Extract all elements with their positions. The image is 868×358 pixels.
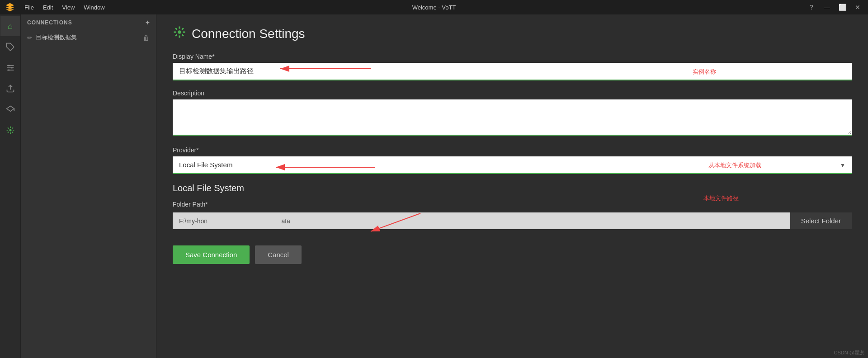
connections-panel: CONNECTIONS + ✏ 目标检测数据集 🗑	[21, 14, 156, 358]
connections-add-button[interactable]: +	[146, 19, 150, 26]
titlebar: File Edit View Window Welcome - VoTT ? —…	[0, 0, 868, 14]
provider-group: Provider* Local File System Azure Blob S…	[173, 146, 852, 174]
sidebar-item-settings[interactable]	[0, 58, 20, 78]
description-label: Description	[173, 90, 852, 97]
provider-select[interactable]: Local File System Azure Blob Storage Bin…	[173, 156, 852, 174]
icon-sidebar: ⌂	[0, 14, 21, 358]
folder-path-row: Select Folder	[173, 212, 852, 229]
folder-path-input[interactable]	[173, 212, 790, 229]
connection-item-left: ✏ 目标检测数据集	[27, 33, 77, 42]
sidebar-item-connections[interactable]	[0, 120, 20, 140]
window-controls: ? — ⬜ ✕	[805, 2, 864, 13]
edit-icon[interactable]: ✏	[27, 34, 32, 41]
window-title: Welcome - VoTT	[412, 4, 456, 11]
svg-point-13	[178, 30, 181, 34]
provider-label: Provider*	[173, 146, 852, 154]
minimize-button[interactable]: —	[820, 2, 834, 13]
svg-point-9	[11, 67, 12, 68]
maximize-button[interactable]: ⬜	[835, 2, 849, 13]
help-button[interactable]: ?	[805, 2, 818, 13]
menu-view[interactable]: View	[57, 2, 79, 13]
connection-item[interactable]: ✏ 目标检测数据集 🗑	[21, 30, 156, 45]
sidebar-item-tag[interactable]	[0, 37, 20, 57]
action-buttons: Save Connection Cancel	[173, 245, 852, 264]
display-name-input[interactable]	[173, 63, 852, 80]
titlebar-menu: File Edit View Window	[4, 1, 109, 14]
sidebar-item-home[interactable]: ⌂	[0, 16, 20, 36]
connections-title: CONNECTIONS	[27, 19, 72, 26]
connections-header: CONNECTIONS +	[21, 14, 156, 30]
save-connection-button[interactable]: Save Connection	[173, 245, 250, 264]
folder-path-group: Folder Path* 本地文件路径 Select Folder	[173, 201, 852, 229]
svg-point-10	[8, 69, 9, 71]
page-title: Connection Settings	[192, 27, 305, 41]
app-logo	[4, 1, 16, 14]
select-folder-button[interactable]: Select Folder	[790, 212, 852, 229]
watermark: CSDN @瞿淤	[834, 349, 864, 356]
app-body: ⌂	[0, 14, 868, 358]
main-content: Connection Settings Display Name* 实例名称 D…	[156, 14, 868, 358]
display-name-label: Display Name*	[173, 53, 852, 60]
connection-settings-icon	[173, 25, 186, 42]
menu-edit[interactable]: Edit	[38, 2, 57, 13]
svg-point-8	[8, 65, 9, 66]
description-input[interactable]	[173, 99, 852, 136]
cancel-button[interactable]: Cancel	[255, 245, 302, 264]
display-name-group: Display Name* 实例名称	[173, 53, 852, 80]
close-button[interactable]: ✕	[851, 2, 864, 13]
sidebar-item-train[interactable]	[0, 99, 20, 119]
folder-path-label: Folder Path*	[173, 201, 852, 208]
local-fs-section-title: Local File System	[173, 183, 852, 193]
connection-item-delete[interactable]: 🗑	[143, 34, 150, 42]
sidebar-item-export[interactable]	[0, 79, 20, 99]
page-header: Connection Settings	[173, 25, 852, 42]
connection-item-name: 目标检测数据集	[36, 33, 77, 42]
menu-window[interactable]: Window	[79, 2, 109, 13]
svg-point-12	[9, 129, 11, 132]
menu-file[interactable]: File	[20, 2, 38, 13]
description-group: Description	[173, 90, 852, 137]
